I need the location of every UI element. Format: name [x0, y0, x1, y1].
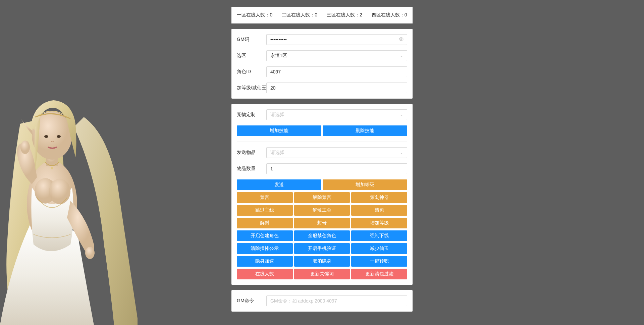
- send-button[interactable]: 发送: [237, 179, 321, 190]
- send-item-select[interactable]: 请选择 ⌄: [266, 147, 407, 158]
- job-change-button[interactable]: 一键转职: [351, 256, 407, 267]
- enable-phone-verify-button[interactable]: 开启手机验证: [294, 243, 350, 254]
- gm-code-input[interactable]: [266, 34, 407, 45]
- send-item-label: 发送物品: [237, 150, 266, 156]
- zone-label: 选区: [237, 53, 266, 59]
- svg-point-9: [85, 247, 95, 259]
- character-illustration: [0, 84, 138, 325]
- update-clearbag-filter-button[interactable]: 更新清包过滤: [351, 269, 407, 279]
- basic-form: GM码 选区 永恒1区 ⌄ 角色ID 加等级/减仙: [231, 29, 413, 99]
- remove-skill-button[interactable]: 删除技能: [323, 125, 407, 136]
- update-keywords-button[interactable]: 更新关键词: [294, 269, 350, 279]
- add-level-button[interactable]: 增加等级: [323, 179, 407, 190]
- chevron-down-icon: ⌄: [400, 150, 403, 155]
- pet-select[interactable]: 请选择 ⌄: [266, 109, 407, 120]
- reduce-jade-button[interactable]: 减少仙玉: [351, 243, 407, 254]
- svg-point-10: [400, 39, 402, 40]
- status-text: 一区在线人数：0 二区在线人数：0 三区在线人数：2 四区在线人数：0: [237, 12, 407, 17]
- disable-create-role-button[interactable]: 全服禁创角色: [294, 230, 350, 241]
- svg-point-6: [57, 135, 61, 138]
- svg-rect-3: [46, 149, 58, 166]
- gm-code-label: GM码: [237, 37, 266, 43]
- unmute-button[interactable]: 解除禁言: [294, 192, 350, 203]
- add-level-2-button[interactable]: 增加等级: [351, 218, 407, 228]
- disband-guild-button[interactable]: 解散工会: [294, 205, 350, 216]
- main-panel: 一区在线人数：0 二区在线人数：0 三区在线人数：2 四区在线人数：0 GM码 …: [231, 0, 413, 312]
- pet-form: 宠物定制 请选择 ⌄ 增加技能 删除技能 发送物品 请选择 ⌄ 物品数量: [231, 104, 413, 285]
- svg-point-5: [44, 135, 48, 138]
- svg-point-1: [35, 178, 56, 204]
- gm-cmd-input[interactable]: [266, 295, 407, 306]
- level-label: 加等级/减仙玉: [237, 85, 266, 91]
- svg-point-2: [49, 179, 70, 204]
- clear-stall-notice-button[interactable]: 清除摆摊公示: [237, 243, 293, 254]
- gm-cmd-form: GM命令: [231, 290, 413, 312]
- cancel-stealth-button[interactable]: 取消隐身: [294, 256, 350, 267]
- add-skill-button[interactable]: 增加技能: [237, 125, 321, 136]
- divider: [237, 142, 407, 142]
- stealth-speed-button[interactable]: 隐身加速: [237, 256, 293, 267]
- online-count-button[interactable]: 在线人数: [237, 269, 293, 279]
- ban-button[interactable]: 封号: [294, 218, 350, 228]
- online-status-bar: 一区在线人数：0 二区在线人数：0 三区在线人数：2 四区在线人数：0: [231, 7, 413, 23]
- planner-artifact-button[interactable]: 策划神器: [351, 192, 407, 203]
- level-input[interactable]: [266, 83, 407, 93]
- role-id-input[interactable]: [266, 66, 407, 77]
- svg-point-8: [20, 141, 30, 154]
- chevron-down-icon: ⌄: [400, 112, 403, 117]
- unban-button[interactable]: 解封: [237, 218, 293, 228]
- svg-point-4: [32, 111, 72, 160]
- svg-point-0: [27, 161, 77, 248]
- zone-select[interactable]: 永恒1区 ⌄: [266, 50, 407, 61]
- eye-icon[interactable]: [399, 37, 404, 43]
- skip-main-button[interactable]: 跳过主线: [237, 205, 293, 216]
- pet-custom-label: 宠物定制: [237, 112, 266, 118]
- clear-bag-button[interactable]: 清包: [351, 205, 407, 216]
- force-offline-button[interactable]: 强制下线: [351, 230, 407, 241]
- item-qty-input[interactable]: [266, 163, 407, 174]
- chevron-down-icon: ⌄: [400, 53, 403, 58]
- enable-create-role-button[interactable]: 开启创建角色: [237, 230, 293, 241]
- svg-point-7: [51, 167, 53, 169]
- role-id-label: 角色ID: [237, 69, 266, 75]
- item-qty-label: 物品数量: [237, 166, 266, 172]
- gm-cmd-label: GM命令: [237, 298, 266, 304]
- mute-button[interactable]: 禁言: [237, 192, 293, 203]
